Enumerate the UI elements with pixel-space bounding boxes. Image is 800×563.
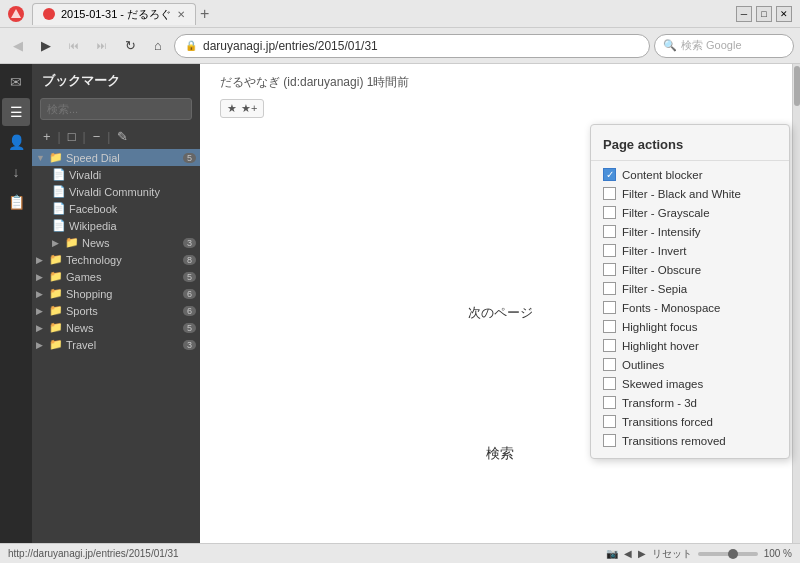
- page-action-item[interactable]: Filter - Grayscale: [591, 203, 789, 222]
- scrollbar[interactable]: [792, 64, 800, 543]
- folder-games[interactable]: ▶ 📁 Games 5: [32, 268, 200, 285]
- folder-sports[interactable]: ▶ 📁 Sports 6: [32, 302, 200, 319]
- expand-arrow-icon: ▶: [52, 238, 62, 248]
- bookmarks-icon-button[interactable]: ☰: [2, 98, 30, 126]
- skip-forward-button[interactable]: ⏭: [90, 34, 114, 58]
- prev-icon[interactable]: ◀: [624, 548, 632, 559]
- bookmarks-search-input[interactable]: [40, 98, 192, 120]
- statusbar-right: 📷 ◀ ▶ リセット 100 %: [606, 547, 792, 561]
- reset-label[interactable]: リセット: [652, 547, 692, 561]
- star-icon: ★: [227, 102, 237, 115]
- scrollbar-thumb[interactable]: [794, 66, 800, 106]
- speed-dial-children: 📄 Vivaldi 📄 Vivaldi Community 📄 Facebook…: [32, 166, 200, 251]
- zoom-slider[interactable]: [698, 552, 758, 556]
- camera-icon: 📷: [606, 548, 618, 559]
- folder-speed-dial[interactable]: ▼ 📁 Speed Dial 5: [32, 149, 200, 166]
- edit-bookmark-button[interactable]: ✎: [114, 128, 131, 145]
- next-icon[interactable]: ▶: [638, 548, 646, 559]
- page-icon: 📄: [52, 168, 66, 181]
- page-icon: 📄: [52, 219, 66, 232]
- statusbar: http://daruyanagi.jp/entries/2015/01/31 …: [0, 543, 800, 563]
- page-action-item[interactable]: ✓Content blocker: [591, 165, 789, 184]
- folder-badge: 6: [183, 306, 196, 316]
- back-button[interactable]: ◀: [6, 34, 30, 58]
- action-checkbox[interactable]: [603, 396, 616, 409]
- folder-news-sub[interactable]: ▶ 📁 News 3: [48, 234, 200, 251]
- minimize-button[interactable]: ─: [736, 6, 752, 22]
- bookmark-label: Wikipedia: [69, 220, 117, 232]
- address-bar[interactable]: 🔒 daruyanagi.jp/entries/2015/01/31: [174, 34, 650, 58]
- page-action-item[interactable]: Transitions removed: [591, 431, 789, 450]
- expand-arrow-icon: ▶: [36, 289, 46, 299]
- add-bookmark-button[interactable]: +: [40, 128, 54, 145]
- forward-button[interactable]: ▶: [34, 34, 58, 58]
- action-checkbox[interactable]: [603, 434, 616, 447]
- maximize-button[interactable]: □: [756, 6, 772, 22]
- action-checkbox[interactable]: [603, 358, 616, 371]
- action-checkbox[interactable]: ✓: [603, 168, 616, 181]
- page-action-item[interactable]: Fonts - Monospace: [591, 298, 789, 317]
- page-action-item[interactable]: Transitions forced: [591, 412, 789, 431]
- page-actions-title: Page actions: [591, 133, 789, 161]
- action-checkbox[interactable]: [603, 225, 616, 238]
- toolbar-separator3: |: [107, 130, 110, 144]
- page-action-item[interactable]: Filter - Intensify: [591, 222, 789, 241]
- downloads-icon-button[interactable]: ↓: [2, 158, 30, 186]
- new-tab-button[interactable]: +: [196, 5, 213, 23]
- close-button[interactable]: ✕: [776, 6, 792, 22]
- active-tab[interactable]: 2015-01-31 - だるろぐ ✕: [32, 3, 196, 25]
- bookmark-vivaldi[interactable]: 📄 Vivaldi: [48, 166, 200, 183]
- expand-arrow-icon: ▶: [36, 255, 46, 265]
- folder-travel[interactable]: ▶ 📁 Travel 3: [32, 336, 200, 353]
- reload-button[interactable]: ↻: [118, 34, 142, 58]
- folder-label: Technology: [66, 254, 122, 266]
- folder-technology[interactable]: ▶ 📁 Technology 8: [32, 251, 200, 268]
- action-checkbox[interactable]: [603, 301, 616, 314]
- bookmark-add-button[interactable]: ★ ★+: [220, 99, 264, 118]
- home-button[interactable]: ⌂: [146, 34, 170, 58]
- action-checkbox[interactable]: [603, 206, 616, 219]
- action-checkbox[interactable]: [603, 377, 616, 390]
- folder-news[interactable]: ▶ 📁 News 5: [32, 319, 200, 336]
- action-checkbox[interactable]: [603, 187, 616, 200]
- bookmark-facebook[interactable]: 📄 Facebook: [48, 200, 200, 217]
- address-text[interactable]: daruyanagi.jp/entries/2015/01/31: [203, 39, 378, 53]
- action-label: Highlight hover: [622, 340, 699, 352]
- expand-arrow-icon: ▶: [36, 272, 46, 282]
- action-checkbox[interactable]: [603, 282, 616, 295]
- contacts-icon-button[interactable]: 👤: [2, 128, 30, 156]
- page-action-item[interactable]: Filter - Obscure: [591, 260, 789, 279]
- action-checkbox[interactable]: [603, 263, 616, 276]
- zoom-handle[interactable]: [728, 549, 738, 559]
- action-checkbox[interactable]: [603, 415, 616, 428]
- titlebar: 2015-01-31 - だるろぐ ✕ + ─ □ ✕: [0, 0, 800, 28]
- delete-bookmark-button[interactable]: −: [90, 128, 104, 145]
- search-bar[interactable]: 🔍 検索 Google: [654, 34, 794, 58]
- tab-close-icon[interactable]: ✕: [177, 9, 185, 20]
- page-action-item[interactable]: Transform - 3d: [591, 393, 789, 412]
- page-action-item[interactable]: Outlines: [591, 355, 789, 374]
- folder-icon: 📁: [49, 338, 63, 351]
- new-folder-button[interactable]: □: [65, 128, 79, 145]
- skip-back-button[interactable]: ⏮: [62, 34, 86, 58]
- bookmark-vivaldi-community[interactable]: 📄 Vivaldi Community: [48, 183, 200, 200]
- action-checkbox[interactable]: [603, 244, 616, 257]
- page-action-item[interactable]: Filter - Invert: [591, 241, 789, 260]
- action-checkbox[interactable]: [603, 320, 616, 333]
- bookmark-label: Vivaldi: [69, 169, 101, 181]
- mail-icon-button[interactable]: ✉: [2, 68, 30, 96]
- bookmark-add-label: ★+: [241, 102, 257, 115]
- page-action-item[interactable]: Filter - Black and White: [591, 184, 789, 203]
- action-label: Filter - Invert: [622, 245, 687, 257]
- notes-icon-button[interactable]: 📋: [2, 188, 30, 216]
- action-checkbox[interactable]: [603, 339, 616, 352]
- tab-bar: 2015-01-31 - だるろぐ ✕ +: [32, 3, 728, 25]
- page-action-item[interactable]: Highlight focus: [591, 317, 789, 336]
- page-action-item[interactable]: Skewed images: [591, 374, 789, 393]
- page-action-item[interactable]: Filter - Sepia: [591, 279, 789, 298]
- folder-shopping[interactable]: ▶ 📁 Shopping 6: [32, 285, 200, 302]
- page-action-item[interactable]: Highlight hover: [591, 336, 789, 355]
- bookmark-wikipedia[interactable]: 📄 Wikipedia: [48, 217, 200, 234]
- folder-label: Shopping: [66, 288, 113, 300]
- bookmark-label: Facebook: [69, 203, 117, 215]
